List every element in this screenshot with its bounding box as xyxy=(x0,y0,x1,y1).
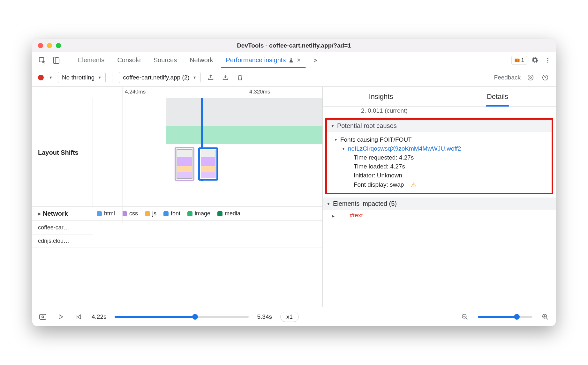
zoom-out-icon[interactable] xyxy=(460,312,470,322)
svg-point-14 xyxy=(42,316,44,318)
network-request-item[interactable]: cdnjs.clou… xyxy=(32,234,93,248)
record-menu-caret[interactable]: ▼ xyxy=(49,75,53,80)
text-node[interactable]: #text xyxy=(336,212,363,219)
svg-rect-5 xyxy=(517,61,517,61)
devtools-window: DevTools - coffee-cart.netlify.app/?ad=1… xyxy=(32,39,556,326)
zoom-slider[interactable] xyxy=(478,316,532,318)
tabbar-right-tools: 1 xyxy=(509,52,553,68)
disclosure-open-icon: ▼ xyxy=(327,202,330,206)
disclosure-open-icon: ▼ xyxy=(331,124,335,128)
network-request-list: coffee-car… cdnjs.clou… xyxy=(32,221,322,248)
legend-js: js xyxy=(145,210,156,217)
select-element-icon[interactable] xyxy=(37,56,47,65)
zoom-in-icon[interactable] xyxy=(540,312,550,322)
record-button[interactable] xyxy=(38,75,44,80)
time-ruler: 4,240ms 4,320ms xyxy=(93,87,322,98)
timeline-scrubber[interactable] xyxy=(115,316,249,318)
network-label[interactable]: ▶ Network xyxy=(32,210,93,217)
time-requested: Time requested: 4.27s xyxy=(334,153,549,162)
details-pane: Insights Details 2. 0.011 (current) ▼ Po… xyxy=(323,87,556,307)
layout-shift-thumbnail-selected[interactable] xyxy=(198,147,218,181)
svg-point-8 xyxy=(547,62,548,63)
tab-list: Elements Console Sources Network Perform… xyxy=(65,52,509,68)
feedback-link[interactable]: Feedback xyxy=(494,74,521,81)
trash-icon[interactable] xyxy=(235,73,245,82)
elements-impacted-header[interactable]: ▼ Elements impacted (5) xyxy=(323,197,556,210)
tab-overflow[interactable]: » xyxy=(307,52,323,68)
issues-count: 1 xyxy=(521,57,524,63)
network-row: ▶ Network html css js font image media xyxy=(32,207,322,221)
tab-elements[interactable]: Elements xyxy=(72,52,111,68)
time-tick: 4,240ms xyxy=(125,89,146,95)
panel-settings-icon[interactable] xyxy=(526,73,535,82)
svg-point-7 xyxy=(547,60,548,61)
tab-network[interactable]: Network xyxy=(183,52,219,68)
svg-rect-13 xyxy=(40,314,46,319)
layout-shift-thumbnail[interactable] xyxy=(175,147,194,181)
tab-performance-insights[interactable]: Performance insights ✕ xyxy=(220,52,307,68)
titlebar: DevTools - coffee-cart.netlify.app/?ad=1 xyxy=(32,39,556,52)
initiator: Initiator: Unknown xyxy=(334,171,549,180)
legend-media: media xyxy=(217,210,240,217)
prev-section-fragment: 2. 0.011 (current) xyxy=(323,107,556,117)
panel-toolbar: ▼ No throttling ▼ coffee-cart.netlify.ap… xyxy=(32,68,556,87)
tab-console[interactable]: Console xyxy=(111,52,147,68)
throttling-select[interactable]: No throttling ▼ xyxy=(58,72,106,83)
timeline-area[interactable]: 4,240ms 4,320ms Layout Shifts xyxy=(32,87,322,307)
font-file-node[interactable]: ▼ neILzCirqoswsqX9zoKmM4MwWJU.woff2 xyxy=(334,144,549,153)
speed-pill[interactable]: x1 xyxy=(280,312,299,322)
devtools-tabbar: Elements Console Sources Network Perform… xyxy=(32,52,556,68)
font-file-link[interactable]: neILzCirqoswsqX9zoKmM4MwWJU.woff2 xyxy=(348,145,461,152)
svg-point-9 xyxy=(530,77,531,78)
main-split: 4,240ms 4,320ms Layout Shifts xyxy=(32,87,556,307)
network-request-item[interactable]: coffee-car… xyxy=(32,221,93,234)
help-icon[interactable] xyxy=(540,73,550,82)
tab-sources[interactable]: Sources xyxy=(147,52,183,68)
import-icon[interactable] xyxy=(221,73,230,82)
foit-fout-group[interactable]: ▼ Fonts causing FOIT/FOUT xyxy=(334,135,549,144)
highlighted-region: ▼ Potential root causes ▼ Fonts causing … xyxy=(325,118,553,194)
context-select[interactable]: coffee-cart.netlify.app (2) ▼ xyxy=(119,72,200,83)
legend-css: css xyxy=(122,210,138,217)
rewind-icon[interactable] xyxy=(74,312,83,322)
kebab-menu-icon[interactable] xyxy=(543,56,553,65)
issues-badge[interactable]: 1 xyxy=(511,56,527,65)
svg-rect-2 xyxy=(55,58,59,63)
flask-icon xyxy=(288,57,294,63)
play-icon[interactable] xyxy=(56,312,65,322)
legend-html: html xyxy=(97,210,115,217)
tab-insights[interactable]: Insights xyxy=(323,87,439,106)
svg-rect-4 xyxy=(517,59,517,61)
context-label: coffee-cart.netlify.app (2) xyxy=(123,74,189,81)
disclosure-right-icon: ▶ xyxy=(38,212,41,216)
svg-point-6 xyxy=(547,58,548,59)
settings-icon[interactable] xyxy=(530,56,540,65)
throttling-label: No throttling xyxy=(62,74,94,81)
chevron-down-icon: ▼ xyxy=(98,75,102,80)
disclosure-right-icon: ▶ xyxy=(330,214,335,218)
time-loaded: Time loaded: 4.27s xyxy=(334,162,549,171)
network-legend: html css js font image media xyxy=(93,210,240,217)
timeline-pane: 4,240ms 4,320ms Layout Shifts xyxy=(32,87,323,307)
legend-image: image xyxy=(187,210,210,217)
export-icon[interactable] xyxy=(206,73,215,82)
impacted-element[interactable]: ▶ #text xyxy=(323,210,556,219)
chevron-down-icon: ▼ xyxy=(193,75,197,80)
timeline-task-block xyxy=(166,98,322,126)
tab-details[interactable]: Details xyxy=(439,87,556,106)
details-body[interactable]: 2. 0.011 (current) ▼ Potential root caus… xyxy=(323,107,556,307)
svg-point-10 xyxy=(528,75,533,80)
root-causes-tree: ▼ Fonts causing FOIT/FOUT ▼ neILzCirqosw… xyxy=(327,132,552,190)
close-icon[interactable]: ✕ xyxy=(297,57,301,63)
filmstrip-toggle-icon[interactable] xyxy=(38,312,48,322)
row-body[interactable] xyxy=(93,98,322,206)
tabbar-left-tools xyxy=(36,52,65,68)
device-toggle-icon[interactable] xyxy=(51,56,61,65)
timeline-activity-block xyxy=(166,126,322,144)
disclosure-open-icon: ▼ xyxy=(334,138,338,142)
details-tabs: Insights Details xyxy=(323,87,556,107)
root-causes-header[interactable]: ▼ Potential root causes xyxy=(327,120,552,132)
divider xyxy=(112,72,112,83)
time-end: 5.34s xyxy=(257,313,272,320)
font-display: Font display: swap ⚠ xyxy=(334,180,549,190)
